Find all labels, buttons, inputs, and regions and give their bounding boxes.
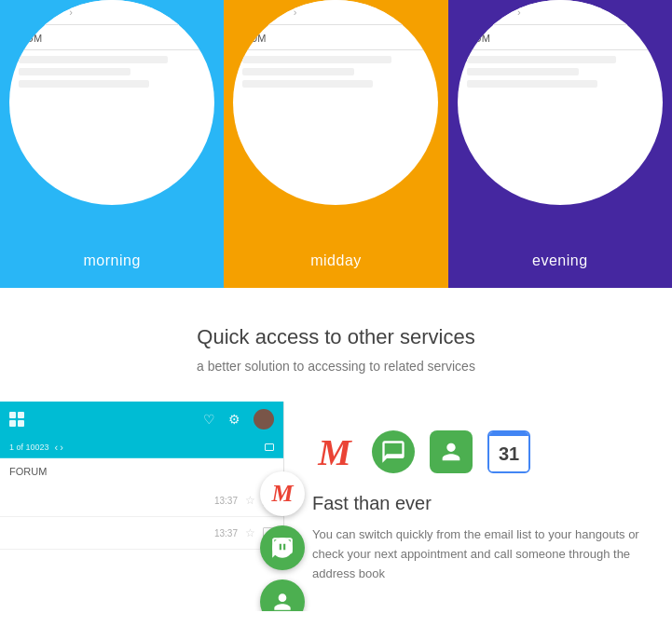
contacts-fab[interactable]	[260, 579, 305, 611]
hangouts-app-icon	[372, 430, 415, 473]
hangouts-icon	[270, 536, 295, 560]
forward-icon-3[interactable]: ›	[513, 6, 526, 19]
gmail-letter-icon: M	[271, 480, 293, 508]
grid-icon[interactable]	[9, 412, 24, 427]
content-line	[19, 68, 130, 75]
phone-mockup: ♡ ⚙ 1 of 10023 ‹ › FORUM 13:37 ☆	[0, 402, 284, 550]
tab-icon-3[interactable]	[644, 7, 655, 17]
panel-morning-label: morning	[84, 252, 141, 269]
hangouts-fab[interactable]	[260, 525, 305, 570]
circle-evening: 10023 ‹ › RUM	[458, 0, 663, 205]
email-row[interactable]: 13:37 ☆	[0, 517, 283, 550]
gmail-fab[interactable]: M	[260, 471, 305, 516]
content-line-3	[467, 56, 616, 63]
browser-count: 10023	[17, 7, 40, 17]
email-time: 13:37	[214, 528, 238, 538]
top-section: 10023 ‹ › RUM morning	[0, 0, 672, 288]
email-row[interactable]: 13:37 ☆	[0, 484, 283, 517]
email-list: 13:37 ☆ 13:37 ☆	[0, 484, 283, 550]
back-icon-3[interactable]: ‹	[496, 6, 509, 19]
bottom-section: ♡ ⚙ 1 of 10023 ‹ › FORUM 13:37 ☆	[0, 402, 672, 611]
star-icon[interactable]: ☆	[245, 526, 255, 539]
content-line-3	[467, 68, 579, 75]
gear-icon[interactable]: ⚙	[228, 412, 240, 427]
back-icon[interactable]: ‹	[48, 6, 61, 19]
star-icon[interactable]: ☆	[245, 494, 255, 507]
panel-evening: 10023 ‹ › RUM evening	[448, 0, 672, 288]
forward-icon[interactable]: ›	[64, 6, 77, 19]
browser-count-3: 10023	[465, 7, 488, 17]
calendar-app-icon: 31	[487, 430, 530, 473]
content-line	[19, 56, 168, 63]
circle-morning: 10023 ‹ › RUM	[9, 0, 214, 205]
contacts-app-icon	[430, 430, 473, 473]
panel-morning: 10023 ‹ › RUM morning	[0, 0, 224, 288]
email-count: 1 of 10023	[9, 443, 49, 452]
panel-midday: 10023 ‹ › RUM midday	[224, 0, 447, 288]
middle-title: Quick access to other services	[19, 325, 653, 349]
select-icon[interactable]	[265, 443, 274, 451]
fab-overlay: M	[260, 471, 305, 611]
bell-icon[interactable]: ♡	[203, 412, 215, 427]
browser-label-3: RUM	[467, 33, 653, 44]
forum-label: FORUM	[0, 458, 283, 484]
info-section: M 31 Fast than ever You can switch quick…	[284, 402, 672, 611]
browser-label-2: RUM	[242, 33, 429, 44]
info-description: You can switch quickly from the email li…	[312, 525, 644, 583]
middle-section: Quick access to other services a better …	[0, 288, 672, 402]
content-line-2	[242, 56, 391, 63]
phone-wrapper: ♡ ⚙ 1 of 10023 ‹ › FORUM 13:37 ☆	[0, 402, 284, 611]
tab-icon-2[interactable]	[419, 7, 431, 17]
phone-topbar: ♡ ⚙	[0, 402, 283, 437]
gmail-app-icon: M	[312, 429, 357, 474]
hangouts-bubble-icon	[380, 439, 406, 465]
browser-label: RUM	[19, 33, 205, 44]
content-line	[19, 80, 149, 88]
back-icon-2[interactable]: ‹	[272, 6, 285, 19]
contacts-person-icon	[438, 439, 464, 465]
app-icons-row: M 31	[312, 429, 644, 474]
calendar-day: 31	[489, 436, 528, 471]
divider	[19, 49, 205, 50]
middle-subtitle: a better solution to accessing to relate…	[19, 359, 653, 374]
avatar[interactable]	[254, 409, 274, 429]
content-line-3	[467, 80, 597, 88]
next-icon[interactable]: ›	[60, 442, 63, 453]
phone-subbar: 1 of 10023 ‹ ›	[0, 437, 283, 458]
divider-2	[242, 49, 429, 50]
circle-midday: 10023 ‹ › RUM	[233, 0, 438, 205]
email-time: 13:37	[214, 496, 238, 506]
divider-3	[467, 49, 653, 50]
forward-icon-2[interactable]: ›	[289, 6, 302, 19]
content-line-2	[242, 80, 373, 88]
panel-midday-label: midday	[310, 252, 362, 269]
contacts-icon	[270, 590, 295, 611]
browser-count-2: 10023	[240, 7, 264, 17]
gmail-m-icon: M	[318, 430, 351, 474]
content-line-2	[242, 68, 354, 75]
info-title: Fast than ever	[312, 493, 644, 514]
prev-icon[interactable]: ‹	[55, 442, 59, 453]
tab-icon[interactable]	[196, 7, 207, 17]
panel-evening-label: evening	[532, 252, 588, 269]
